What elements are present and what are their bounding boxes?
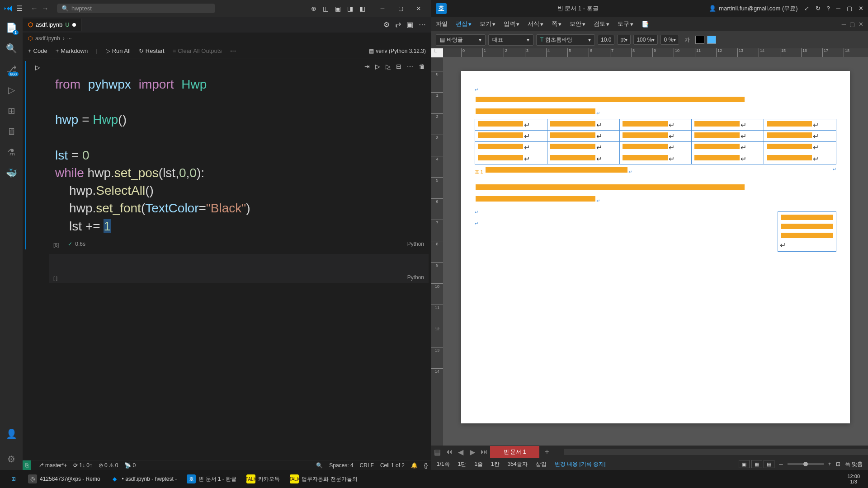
float-textbox[interactable]: ↵	[778, 211, 836, 252]
view-mode-1-icon[interactable]: ▣	[739, 460, 750, 468]
font-select[interactable]: T함초롬바탕▾	[536, 34, 595, 46]
list-icon[interactable]: ▤	[431, 448, 443, 456]
hwp-user[interactable]: 👤 martinii.fun@gmail.com (무료)	[709, 5, 797, 13]
hwp-ruler-vertical[interactable]: 01234567891011121314	[431, 57, 443, 446]
lang-select[interactable]: 대표▾	[488, 34, 533, 46]
style-select[interactable]: ▤바탕글▾	[436, 34, 486, 46]
execute-below-icon[interactable]: ▷̲	[386, 63, 391, 70]
cell-indicator[interactable]: Cell 1 of 2	[380, 462, 405, 469]
explorer-icon[interactable]: 📄1	[5, 21, 18, 34]
menu-file[interactable]: 파일	[436, 20, 448, 28]
taskbar-item[interactable]: TALK업무자동화 전문가들의	[285, 473, 362, 485]
taskbar-clock[interactable]: 12:00 1/3	[847, 474, 863, 484]
more-toolbar-icon[interactable]: ⋯	[230, 47, 236, 54]
restart-button[interactable]: ↻Restart	[139, 47, 165, 54]
next-icon[interactable]: ▶	[467, 448, 478, 456]
diff-icon[interactable]: ⇄	[395, 20, 401, 29]
scm-icon[interactable]: ⎇668	[5, 63, 18, 75]
testing-icon[interactable]: ⚗	[5, 146, 18, 159]
start-button[interactable]: ⊞	[5, 473, 23, 485]
view-mode-3-icon[interactable]: ▤	[764, 460, 774, 468]
menu-format[interactable]: 서식 ▾	[528, 20, 543, 28]
layout-icon-4[interactable]: ◧	[359, 5, 365, 12]
run-all-button[interactable]: ▷Run All	[106, 47, 131, 54]
insert-mode[interactable]: 삽입	[536, 460, 547, 468]
minimize-icon[interactable]: ─	[373, 2, 392, 15]
hwp-table[interactable]: ↵↵↵↵↵ ↵↵↵↵↵ ↵↵↵↵↵ ↵↵↵↵↵	[475, 119, 836, 164]
document-tab[interactable]: 빈 문서 1	[490, 446, 539, 458]
sub-close-icon[interactable]: ✕	[859, 21, 863, 28]
accounts-icon[interactable]: 👤	[5, 427, 18, 440]
cell-lang[interactable]: Python	[407, 241, 424, 247]
track-changes[interactable]: 변경 내용 [기록 중지]	[555, 460, 606, 468]
split-cell-icon[interactable]: ⊟	[396, 63, 401, 70]
menu-tools[interactable]: 도구 ▾	[618, 20, 633, 28]
menu-review[interactable]: 검토 ▾	[594, 20, 609, 28]
execute-above-icon[interactable]: ▷	[375, 63, 380, 70]
bgcolor-box[interactable]	[707, 36, 716, 44]
ports-indicator[interactable]: 📡 0	[124, 462, 136, 469]
code-editor[interactable]: from pyhwpx import Hwp hwp = Hwp() lst =…	[49, 72, 429, 239]
hamburger-icon[interactable]: ☰	[16, 4, 23, 13]
editor-tab[interactable]: ⬡ asdf.ipynb U	[23, 19, 82, 31]
help-icon[interactable]: ?	[827, 5, 830, 12]
clear-outputs-button[interactable]: ≡Clear All Outputs	[173, 47, 222, 54]
text-ga[interactable]: 가	[682, 35, 693, 45]
zoom-thumb[interactable]	[803, 462, 808, 466]
spaces-indicator[interactable]: Spaces: 4	[329, 462, 353, 469]
menu-view[interactable]: 보기 ▾	[480, 20, 495, 28]
view-mode-2-icon[interactable]: ▦	[751, 460, 762, 468]
charspacing-input[interactable]: 0 % ▾	[660, 35, 679, 45]
remote-indicator[interactable]: ⎘	[23, 460, 31, 470]
refresh-icon[interactable]: ↻	[816, 5, 821, 12]
zoom-fit-icon[interactable]: ⊡	[836, 461, 840, 467]
close-icon[interactable]: ✕	[410, 2, 428, 15]
layout-icon-3[interactable]: ◨	[347, 5, 353, 12]
delete-cell-icon[interactable]: 🗑	[419, 63, 425, 70]
menu-extra-icon[interactable]: 📑	[642, 21, 649, 28]
taskbar-item[interactable]: ◎412584737@xps - Remo	[24, 473, 105, 485]
debug-icon[interactable]: ▷	[5, 84, 18, 96]
add-tab-icon[interactable]: +	[539, 448, 554, 456]
problems-indicator[interactable]: ⊘ 0 ⚠ 0	[99, 462, 118, 469]
run-by-line-icon[interactable]: ⇥	[364, 63, 370, 70]
menu-page[interactable]: 쪽 ▾	[552, 20, 561, 28]
menu-security[interactable]: 보안 ▾	[570, 20, 585, 28]
zoom-icon[interactable]: 🔍	[316, 462, 323, 469]
char-count[interactable]: 354글자	[508, 460, 528, 468]
add-code-button[interactable]: +Code	[28, 47, 47, 54]
nav-forward-icon[interactable]: →	[42, 5, 49, 13]
code-editor[interactable]	[49, 254, 429, 272]
layout-icon-1[interactable]: ◫	[323, 5, 329, 12]
ruler-toggle-icon[interactable]: └	[433, 49, 437, 55]
zoom-input[interactable]: 100 % ▾	[633, 35, 658, 45]
taskbar-item[interactable]: TALK카카오톡	[242, 473, 284, 485]
sub-maximize-icon[interactable]: ▢	[849, 21, 855, 28]
sub-minimize-icon[interactable]: ─	[842, 21, 846, 28]
layout-toggle-icon[interactable]: ▣	[406, 20, 413, 29]
more-icon[interactable]: ⋯	[419, 20, 426, 29]
extensions-icon[interactable]: ⊞	[5, 104, 18, 117]
menu-input[interactable]: 입력 ▾	[504, 20, 519, 28]
expand-icon[interactable]: ⤢	[804, 5, 809, 12]
hwp-page-scroll[interactable]: ↵ ↵ ↵↵↵↵↵ ↵↵↵↵↵ ↵↵↵↵↵ ↵↵↵↵↵ 표 1↵↵ ↵	[443, 57, 868, 446]
docker-icon[interactable]: 🐳	[5, 167, 18, 179]
search-activity-icon[interactable]: 🔍	[5, 42, 18, 55]
page-indicator[interactable]: 1/1쪽	[437, 460, 450, 468]
command-search[interactable]: 🔍 hwptest	[57, 4, 215, 13]
copilot-icon[interactable]: ⊕	[311, 5, 316, 12]
cell-more-icon[interactable]: ⋯	[407, 63, 413, 70]
branch-indicator[interactable]: ⎇ master*+	[38, 462, 67, 469]
remote-icon[interactable]: 🖥	[5, 125, 18, 138]
json-icon[interactable]: {}	[424, 462, 428, 469]
code-cell[interactable]: ▷ ⇥ ▷ ▷̲ ⊟ ⋯ 🗑 from pyhwpx import	[25, 61, 429, 249]
add-markdown-button[interactable]: +Markdown	[56, 47, 88, 54]
menu-edit[interactable]: 편집 ▾	[456, 20, 472, 28]
nav-back-icon[interactable]: ←	[31, 5, 38, 13]
taskbar-item[interactable]: 호빈 문서 1 - 한글	[182, 473, 241, 485]
zoom-slider[interactable]	[788, 463, 824, 465]
maximize-icon[interactable]: ▢	[847, 5, 852, 12]
kernel-picker[interactable]: ▤venv (Python 3.12.3)	[369, 48, 426, 54]
h-scrollbar[interactable]	[564, 449, 868, 455]
layout-icon-2[interactable]: ▣	[335, 5, 341, 12]
